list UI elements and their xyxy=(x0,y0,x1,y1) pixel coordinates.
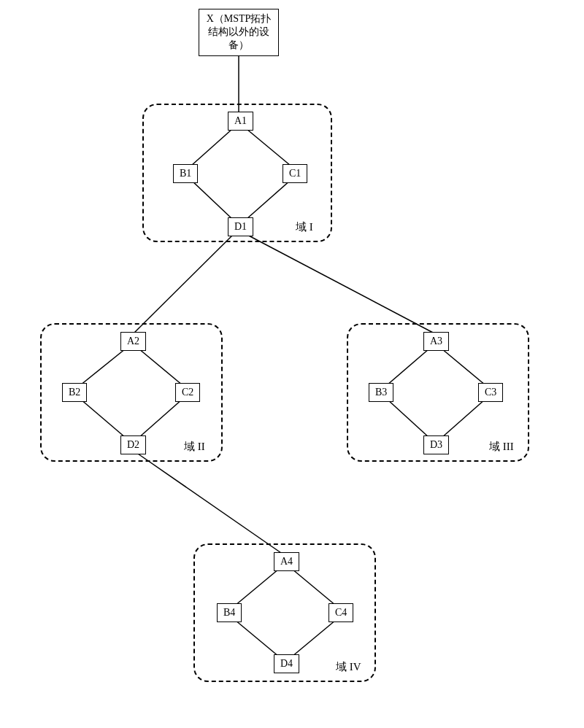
region-3-label: 域 III xyxy=(489,440,514,454)
node-b3: B3 xyxy=(369,383,393,402)
node-a2: A2 xyxy=(120,332,146,351)
node-b2: B2 xyxy=(62,383,87,402)
node-d3: D3 xyxy=(423,435,449,454)
node-a1: A1 xyxy=(228,112,253,131)
node-a4: A4 xyxy=(274,552,299,571)
node-a3: A3 xyxy=(423,332,449,351)
region-1-label: 域 I xyxy=(296,220,313,234)
external-device-box: X（MSTP拓扑结构以外的设备） xyxy=(199,9,279,56)
node-d4: D4 xyxy=(274,654,299,673)
svg-line-15 xyxy=(136,452,283,554)
node-b4: B4 xyxy=(217,603,242,622)
node-d1: D1 xyxy=(228,217,253,236)
region-4-label: 域 IV xyxy=(336,660,361,674)
node-c1: C1 xyxy=(283,164,307,183)
node-b1: B1 xyxy=(173,164,198,183)
svg-line-6 xyxy=(245,233,434,333)
svg-line-5 xyxy=(134,233,234,333)
node-d2: D2 xyxy=(120,435,146,454)
node-c4: C4 xyxy=(328,603,353,622)
region-2-label: 域 II xyxy=(184,440,205,454)
node-c3: C3 xyxy=(478,383,503,402)
node-c2: C2 xyxy=(175,383,200,402)
